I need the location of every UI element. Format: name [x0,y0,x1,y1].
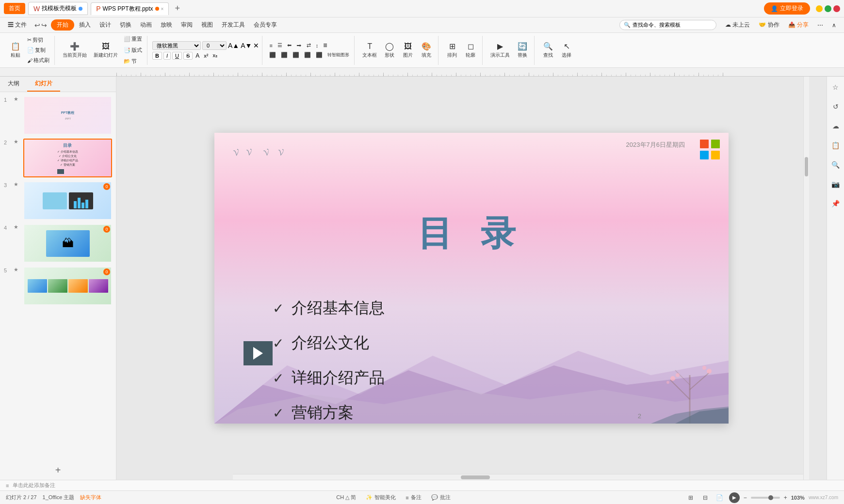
search-box[interactable]: 🔍 查找命令、搜索模板 [619,20,716,30]
align-center-icon[interactable]: ⬛ [279,51,290,59]
align-text-icon[interactable]: ≣ [321,41,329,49]
superscript-icon[interactable]: x² [202,52,210,59]
font-increase-icon[interactable]: A▲ [228,42,239,49]
find-button[interactable]: 🔍 查找 [539,40,557,61]
underline-button[interactable]: U [172,52,182,60]
tab-outline[interactable]: 大纲 [0,77,27,92]
slide-item-4[interactable]: 4 ★ 0 🏔 [4,224,112,263]
menu-collapse[interactable]: ∧ [828,20,840,31]
tab-slides[interactable]: 幻灯片 [27,77,60,92]
check-item-2[interactable]: ✓ 介绍公文化 [273,332,385,354]
new-tab-button[interactable]: + [172,3,183,14]
menu-share[interactable]: 📤 分享 [784,19,812,31]
smart-beauty-button[interactable]: ✨ 智能美化 [363,493,399,502]
font-missing[interactable]: 缺失字体 [80,494,101,501]
menu-collab[interactable]: 🤝 协作 [755,19,783,31]
shape-button[interactable]: ◯ 形状 [381,40,398,61]
font-family-select[interactable]: 微软雅黑 [152,41,201,50]
textbox-button[interactable]: T 文本框 [359,40,380,61]
check-item-4[interactable]: ✓ 营销方案 [273,402,385,424]
slide-thumb-3[interactable]: 0 [23,181,112,220]
reset-button[interactable]: ⬜ 重置 [122,34,144,44]
font-clear-icon[interactable]: ✕ [253,42,259,49]
menu-more[interactable]: ⋯ [813,20,827,31]
bullet-button[interactable]: ≡ [267,41,274,49]
input-mode-button[interactable]: CH △ 简 [333,493,359,502]
right-clipboard-button[interactable]: 📋 [829,139,843,152]
right-star-button[interactable]: ☆ [829,80,843,94]
copy-button[interactable]: 📄 复制 [25,46,51,55]
home-button[interactable]: 首页 [4,3,25,14]
bold-button[interactable]: B [152,52,162,60]
slide-title[interactable]: 目 录 [418,210,525,257]
format-button[interactable]: 🖌 格式刷 [25,56,51,65]
notes-button[interactable]: ≡ 备注 [403,493,424,502]
new-slide-button[interactable]: ➕ 当前页开始 [60,40,90,61]
menu-start[interactable]: 开始 [51,19,74,31]
menu-review[interactable]: 审阅 [177,19,196,31]
undo-button[interactable]: ↩ [34,21,40,29]
right-pin-button[interactable]: 📌 [829,197,843,210]
fill-button[interactable]: 🎨 填充 [418,40,435,61]
play-button[interactable] [243,341,273,365]
tab-ppt[interactable]: P WPS PPT教程.pptx × [91,2,169,15]
zoom-out-icon[interactable]: − [744,494,747,501]
slide-thumb-1[interactable]: PPT教程 ·PPT [23,96,112,135]
close-button[interactable] [833,5,840,12]
view-grid-button[interactable]: ⊟ [700,492,711,503]
style-button[interactable]: 📑 版式 [122,46,144,55]
text-direction-icon[interactable]: ⇄ [305,41,313,49]
menu-design[interactable]: 设计 [96,19,115,31]
align-left-icon[interactable]: ⬛ [267,51,278,59]
comments-button[interactable]: 💬 批注 [428,493,454,502]
slide-item-2[interactable]: 2 ★ 目录 ✓ 介绍基本信息 ✓ 介绍公文化 ✓ 详细介绍产品 ✓ 营销方案 [4,139,112,177]
scrollbar-thumb-h[interactable] [461,475,490,479]
paste-button[interactable]: 📋 粘贴 [7,40,24,61]
slide-item-3[interactable]: 3 ★ 0 [4,181,112,220]
select-button[interactable]: ↖ 选择 [558,40,575,61]
menu-cloud[interactable]: ☁ 未上云 [721,19,754,31]
font-size-select[interactable]: 0 12 14 18 24 36 48 72 [202,41,227,50]
scrollbar-thumb-v[interactable] [805,157,808,176]
play-slideshow-button[interactable]: ▶ [729,492,740,503]
menu-slideshow[interactable]: 放映 [157,19,176,31]
maximize-button[interactable] [825,5,831,12]
col-layout-icon[interactable]: ⬛ [314,51,325,59]
menu-file[interactable]: ☰ 文件 [4,19,31,31]
tab-templates[interactable]: W 找模板壳模板 [28,2,88,15]
align-right-icon[interactable]: ⬛ [291,51,301,59]
right-zoom-button[interactable]: 🔍 [829,158,843,172]
line-spacing-icon[interactable]: ↕ [314,41,321,49]
slide-thumb-4[interactable]: 0 🏔 [23,224,112,263]
tab-close-icon[interactable]: × [161,6,164,12]
new-slide-button2[interactable]: 🖼 新建幻灯片 [91,40,121,61]
redo-button[interactable]: ↪ [41,21,47,29]
outline-button[interactable]: ◻ 轮廓 [462,40,479,61]
view-normal-button[interactable]: ⊞ [685,492,696,503]
vertical-scrollbar[interactable] [803,77,809,480]
slide-thumb-2[interactable]: 目录 ✓ 介绍基本信息 ✓ 介绍公文化 ✓ 详细介绍产品 ✓ 营销方案 [23,139,112,177]
zoom-slider[interactable] [751,497,780,499]
slide-item-5[interactable]: 5 ★ 0 [4,267,112,305]
picture-button[interactable]: 🖼 图片 [399,40,417,61]
right-cloud-button[interactable]: ☁ [829,119,843,133]
check-item-1[interactable]: ✓ 介绍基本信息 [273,298,385,319]
strike-button[interactable]: S [183,52,193,60]
slide-item-1[interactable]: 1 ★ PPT教程 ·PPT [4,96,112,135]
zoom-in-icon[interactable]: + [784,494,787,501]
slide-thumb-5[interactable]: 0 [23,267,112,305]
menu-view[interactable]: 视图 [197,19,217,31]
animate-tool-button[interactable]: ▶ 演示工具 [487,40,513,61]
indent-right-icon[interactable]: ⮕ [294,41,304,49]
indent-left-icon[interactable]: ⬅ [285,41,293,49]
menu-transition[interactable]: 切换 [116,19,135,31]
menu-animation[interactable]: 动画 [136,19,156,31]
arrange-button[interactable]: ⊞ 排列 [443,40,461,61]
right-camera-button[interactable]: 📷 [829,177,843,191]
menu-insert[interactable]: 插入 [75,19,95,31]
login-button[interactable]: 👤 立即登录 [764,2,810,15]
right-refresh-button[interactable]: ↺ [829,100,843,113]
menu-devtools[interactable]: 开发工具 [218,19,249,31]
minimize-button[interactable] [816,5,823,12]
smart-shape-button[interactable]: 转智能图形 [325,51,351,59]
